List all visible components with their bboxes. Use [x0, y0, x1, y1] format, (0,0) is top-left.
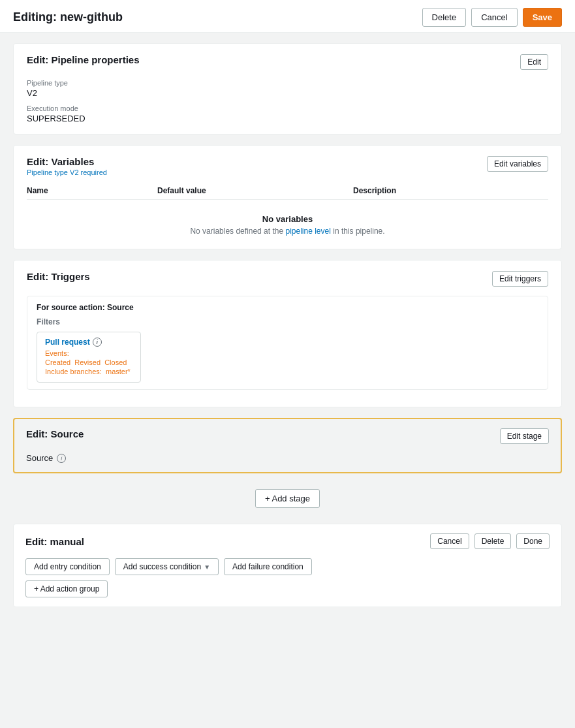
edit-triggers-button[interactable]: Edit triggers [492, 271, 548, 287]
event-created: Created [45, 358, 70, 366]
filter-events-label: Events: [45, 349, 69, 357]
manual-header: Edit: manual Cancel Delete Done [25, 533, 550, 549]
filter-branches-value: master* [106, 368, 131, 375]
manual-header-actions: Cancel Delete Done [430, 533, 550, 549]
triggers-card: Edit: Triggers Edit triggers For source … [13, 260, 562, 407]
add-action-group-button[interactable]: + Add action group [25, 580, 108, 597]
pipeline-properties-edit-button[interactable]: Edit [520, 54, 548, 70]
source-stage-card: Edit: Source Edit stage Source i [13, 418, 562, 473]
variables-table-header: Name Default value Description [27, 186, 548, 200]
trigger-box: For source action: Source Filters Pull r… [27, 296, 548, 390]
manual-edit-card: Edit: manual Cancel Delete Done Add entr… [13, 524, 562, 607]
add-success-condition-button[interactable]: Add success condition ▼ [115, 558, 219, 575]
variables-subtitle-link[interactable]: Pipeline type V2 required [27, 168, 107, 176]
col-default: Default value [157, 186, 353, 195]
pipeline-properties-header: Edit: Pipeline properties Edit [27, 54, 548, 70]
triggers-title: Edit: Triggers [27, 271, 90, 282]
source-info-icon[interactable]: i [57, 454, 66, 463]
variables-empty-desc: No variables defined at the pipeline lev… [27, 227, 548, 236]
edit-variables-button[interactable]: Edit variables [487, 156, 548, 172]
filter-events-values: Created Revised Closed [45, 358, 132, 366]
variables-card: Edit: Variables Pipeline type V2 require… [13, 145, 562, 249]
pipeline-type-section: Pipeline type V2 [27, 79, 548, 98]
filter-branches-row: Include branches: master* [45, 368, 132, 375]
filter-events-row: Events: [45, 349, 132, 357]
trigger-source-value: Source [107, 303, 134, 312]
cancel-button[interactable]: Cancel [471, 8, 517, 27]
variables-header: Edit: Variables Pipeline type V2 require… [27, 156, 548, 177]
add-stage-button[interactable]: + Add stage [255, 489, 320, 508]
save-button[interactable]: Save [523, 8, 562, 27]
dropdown-arrow-icon: ▼ [204, 563, 210, 571]
filter-title: Pull request i [45, 338, 132, 347]
source-stage-title: Edit: Source [26, 428, 84, 439]
execution-mode-section: Execution mode SUPERSEDED [27, 104, 548, 123]
add-success-label: Add success condition [123, 562, 201, 571]
empty-desc-prefix: No variables defined at the [190, 227, 283, 236]
variables-title-group: Edit: Variables Pipeline type V2 require… [27, 156, 107, 177]
edit-stage-button[interactable]: Edit stage [500, 428, 549, 444]
condition-buttons-row: Add entry condition Add success conditio… [25, 558, 550, 575]
source-item: Source i [26, 453, 549, 463]
top-bar-actions: Delete Cancel Save [422, 8, 562, 27]
filter-info-icon[interactable]: i [93, 338, 102, 347]
event-revised: Revised [74, 358, 101, 366]
filter-card: Pull request i Events: Created Revised C… [37, 332, 141, 383]
trigger-source-label: For source action: Source [37, 303, 538, 312]
manual-title: Edit: manual [25, 536, 84, 547]
pipeline-properties-title: Edit: Pipeline properties [27, 54, 140, 65]
source-stage-header: Edit: Source Edit stage [26, 428, 549, 444]
col-description: Description [353, 186, 548, 195]
event-closed: Closed [104, 358, 127, 366]
variables-title: Edit: Variables [27, 156, 107, 167]
pipeline-properties-card: Edit: Pipeline properties Edit Pipeline … [13, 43, 562, 135]
pipeline-type-value: V2 [27, 88, 548, 98]
execution-mode-label: Execution mode [27, 104, 548, 112]
top-bar: Editing: new-github Delete Cancel Save [0, 0, 575, 33]
add-stage-row: + Add stage [13, 484, 562, 513]
filter-title-text: Pull request [45, 338, 90, 347]
action-group-row: + Add action group [25, 580, 550, 597]
pipeline-type-label: Pipeline type [27, 79, 548, 87]
variables-empty-title: No variables [27, 214, 548, 224]
manual-delete-button[interactable]: Delete [474, 533, 512, 549]
add-failure-condition-button[interactable]: Add failure condition [224, 558, 312, 575]
triggers-header: Edit: Triggers Edit triggers [27, 271, 548, 287]
manual-cancel-button[interactable]: Cancel [430, 533, 469, 549]
col-name: Name [27, 186, 157, 195]
add-entry-condition-button[interactable]: Add entry condition [25, 558, 110, 575]
trigger-source-prefix: For source action: [37, 303, 105, 312]
source-item-label: Source [26, 453, 53, 463]
execution-mode-value: SUPERSEDED [27, 114, 548, 123]
empty-desc-suffix: in this pipeline. [333, 227, 384, 236]
filter-branches-label: Include branches: [45, 368, 102, 375]
manual-done-button[interactable]: Done [516, 533, 550, 549]
delete-button[interactable]: Delete [422, 8, 467, 27]
page-content: Edit: Pipeline properties Edit Pipeline … [0, 33, 575, 618]
page-title: Editing: new-github [13, 10, 123, 24]
variables-empty-state: No variables No variables defined at the… [27, 204, 548, 238]
empty-desc-link[interactable]: pipeline level [285, 227, 330, 236]
filters-label: Filters [37, 317, 538, 326]
